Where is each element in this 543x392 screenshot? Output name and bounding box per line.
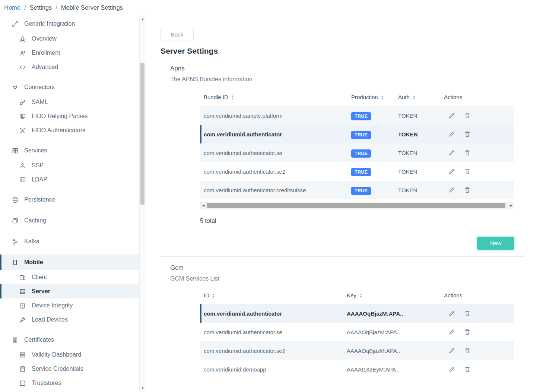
- apns-table-header: Bundle ID Production Auth Actions: [200, 88, 514, 106]
- sidebar-scrollbar[interactable]: ▲ ▼: [139, 15, 146, 392]
- horizontal-scrollbar-thumb[interactable]: [207, 203, 505, 208]
- horizontal-scrollbar[interactable]: ◀ ▶: [200, 202, 514, 209]
- auth-cell: TOKEN: [398, 113, 444, 119]
- sidebar-item-truststores[interactable]: Truststores: [0, 376, 139, 390]
- sidebar-item-generic-integration[interactable]: Generic Integration: [0, 16, 139, 32]
- sidebar-item-certificates[interactable]: Certificates: [0, 332, 139, 348]
- breadcrumb-home-link[interactable]: Home: [4, 4, 20, 11]
- sidebar-item-kafka[interactable]: Kafka: [0, 234, 139, 249]
- actions-cell: [444, 187, 514, 193]
- edit-icon[interactable]: [448, 347, 455, 354]
- sidebar-item-caching[interactable]: Caching: [0, 213, 139, 228]
- delete-icon[interactable]: [464, 168, 471, 175]
- auth-cell: TOKEN: [398, 168, 444, 175]
- gcm-table-row[interactable]: com.veridiumid.demoappAAAAI182EyM:APA..: [200, 360, 514, 379]
- edit-icon[interactable]: [448, 187, 455, 193]
- scroll-right-icon[interactable]: ▶: [508, 202, 514, 209]
- actions-cell: [444, 366, 514, 373]
- production-cell: TRUE: [351, 150, 398, 156]
- edit-icon[interactable]: [448, 329, 455, 335]
- sidebar-item-saml[interactable]: SAML: [0, 95, 139, 109]
- actions-cell: [444, 329, 514, 335]
- code-icon: [19, 63, 26, 71]
- column-header-bundle-id[interactable]: Bundle ID: [200, 94, 351, 100]
- delete-icon[interactable]: [464, 112, 471, 119]
- sidebar-item-ssp[interactable]: SSP: [0, 158, 139, 173]
- production-true-badge: TRUE: [351, 112, 371, 120]
- apns-table-row[interactable]: com.veridiumid.authenticator.seTRUETOKEN: [200, 143, 514, 162]
- sidebar-item-persistence[interactable]: Persistence: [0, 192, 139, 208]
- column-header-id[interactable]: ID: [200, 292, 347, 298]
- sidebar-item-server[interactable]: Server: [0, 284, 139, 298]
- sidebar-item-ldap[interactable]: LDAP: [0, 173, 139, 187]
- server-icon: [19, 288, 26, 295]
- column-header-key[interactable]: Key: [347, 292, 444, 298]
- scroll-up-icon[interactable]: ▲: [140, 16, 146, 22]
- edit-icon[interactable]: [448, 112, 455, 119]
- section-divider: [161, 256, 524, 257]
- sidebar-item-label: Persistence: [24, 196, 55, 203]
- sidebar-item-fido-authenticators[interactable]: FIDO Authenticators: [0, 123, 139, 137]
- sidebar-item-advanced[interactable]: Advanced: [0, 60, 139, 74]
- device-check-icon: [19, 302, 26, 309]
- edit-icon[interactable]: [448, 131, 455, 137]
- gcm-id-cell: com.veridiumid.authenticator.se2: [200, 348, 347, 354]
- bundle-id-cell: com.veridiumid.authenticator.se: [200, 150, 351, 156]
- gcm-table-row[interactable]: com.veridiumid.authenticator.se2AAAAOqBj…: [200, 341, 514, 360]
- sidebar-item-validity-dashboard[interactable]: Validity Dashboard: [0, 348, 139, 362]
- user-frame-icon: [19, 127, 26, 134]
- sort-icon[interactable]: [231, 95, 234, 100]
- edit-icon[interactable]: [448, 168, 455, 175]
- column-header-production[interactable]: Production: [351, 94, 398, 100]
- apns-table-row[interactable]: com.veridiumid.authenticator.se2TRUETOKE…: [200, 162, 514, 181]
- edit-icon[interactable]: [448, 366, 455, 373]
- apns-section-subtitle: The APNS Bundles information: [170, 76, 524, 83]
- delete-icon[interactable]: [464, 310, 471, 317]
- new-button[interactable]: New: [477, 237, 514, 250]
- delete-icon[interactable]: [464, 149, 471, 156]
- sidebar-item-device-integrity[interactable]: Device Integrity: [0, 298, 139, 313]
- sidebar-item-service-credentials[interactable]: Service Credentials: [0, 362, 139, 376]
- delete-icon[interactable]: [464, 131, 471, 137]
- delete-icon[interactable]: [464, 329, 471, 335]
- sidebar-item-enrollment[interactable]: Enrollment: [0, 46, 139, 60]
- sort-icon[interactable]: [412, 95, 416, 100]
- gcm-table-row[interactable]: com.veridiumid.authenticator.seAAAAOqBja…: [200, 323, 514, 341]
- sidebar-item-client[interactable]: Client: [0, 270, 139, 284]
- delete-icon[interactable]: [464, 366, 471, 373]
- edit-icon[interactable]: [448, 149, 455, 156]
- sidebar-item-services[interactable]: Services: [0, 143, 139, 158]
- sidebar-item-connectors[interactable]: Connectors: [0, 79, 139, 95]
- contact-card-icon: [19, 176, 26, 183]
- production-cell: TRUE: [351, 168, 398, 175]
- sidebar-item-label: Certificates: [24, 336, 54, 343]
- back-button[interactable]: Back: [161, 28, 194, 41]
- scroll-left-icon[interactable]: ◀: [200, 202, 206, 209]
- production-cell: TRUE: [351, 113, 398, 119]
- sort-icon[interactable]: [359, 293, 362, 298]
- sort-icon[interactable]: [381, 95, 384, 100]
- sidebar-item-label: Overview: [32, 35, 57, 42]
- apns-table-row[interactable]: com.veridiumid.sample.platformTRUETOKEN: [200, 106, 514, 125]
- edit-icon[interactable]: [448, 310, 455, 317]
- sidebar-item-load-devices[interactable]: Load Devices: [0, 313, 139, 327]
- gcm-section-title: Gcm: [170, 264, 524, 272]
- sidebar-item-fido-relying-parties[interactable]: FIDO Relying Parties: [0, 109, 139, 123]
- breadcrumb-settings[interactable]: Settings: [30, 4, 52, 11]
- apns-section-title: Apns: [170, 65, 524, 72]
- column-header-auth[interactable]: Auth: [398, 94, 444, 100]
- sidebar-scrollbar-thumb[interactable]: [140, 63, 145, 205]
- gcm-table-row[interactable]: com.veridiumid.authenticatorAAAAOqBjazM:…: [200, 304, 514, 323]
- overview-icon: [19, 35, 26, 42]
- apns-table-row[interactable]: com.veridiumid.authenticatorTRUETOKEN: [200, 125, 514, 143]
- auth-cell: TOKEN: [398, 150, 444, 156]
- sidebar-item-mobile[interactable]: Mobile: [0, 255, 139, 270]
- sidebar-item-overview[interactable]: Overview: [0, 32, 139, 46]
- actions-cell: [444, 168, 514, 175]
- apns-table-row[interactable]: com.veridiumid.authenticator.creditsuiss…: [200, 181, 514, 199]
- connector-icon: [11, 83, 19, 91]
- scroll-down-icon[interactable]: ▼: [140, 385, 146, 391]
- sort-icon[interactable]: [212, 293, 215, 298]
- delete-icon[interactable]: [464, 347, 471, 354]
- delete-icon[interactable]: [464, 187, 471, 193]
